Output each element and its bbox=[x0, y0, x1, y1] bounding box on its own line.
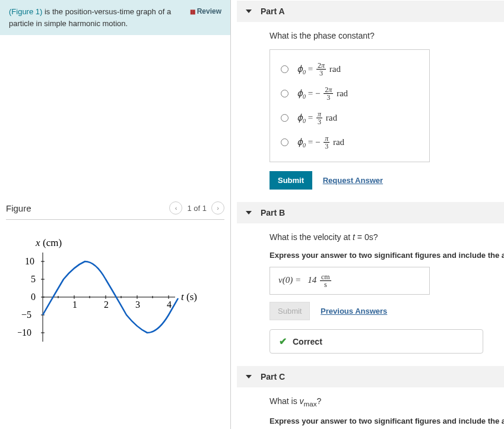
option-4[interactable]: ϕ0 = − π3 rad bbox=[281, 130, 419, 154]
option-3-radio[interactable] bbox=[281, 114, 289, 122]
request-answer-link[interactable]: Request Answer bbox=[323, 176, 383, 185]
caret-down-icon bbox=[246, 375, 252, 378]
part-b-body: What is the velocity at t = 0s? Express … bbox=[237, 223, 504, 365]
part-a-body: What is the phase constant? ϕ0 = 2π3 rad… bbox=[237, 22, 504, 201]
svg-text:t: t bbox=[181, 291, 185, 302]
figure-next-button[interactable]: › bbox=[211, 201, 224, 214]
part-c-instruction: Express your answer to two significant f… bbox=[270, 417, 489, 425]
svg-text:−10: −10 bbox=[18, 327, 31, 337]
part-b-answer-box: v(0) = 14 cms bbox=[270, 267, 430, 295]
part-b-instruction: Express your answer to two significant f… bbox=[270, 251, 489, 260]
caret-down-icon bbox=[246, 10, 252, 13]
part-c-question: What is vmax? bbox=[270, 396, 489, 408]
part-c-title: Part C bbox=[261, 372, 285, 381]
figure-title: Figure bbox=[6, 203, 31, 213]
position-time-graph: x (cm) t (s) 10 5 0 −5 −10 bbox=[18, 238, 202, 357]
caret-down-icon bbox=[246, 211, 252, 214]
svg-text:(cm): (cm) bbox=[43, 238, 62, 248]
option-2[interactable]: ϕ0 = − 2π3 rad bbox=[281, 81, 419, 106]
svg-text:1: 1 bbox=[72, 299, 77, 310]
svg-text:4: 4 bbox=[167, 299, 172, 310]
part-a-header[interactable]: Part A bbox=[237, 1, 504, 22]
correct-feedback: ✔ Correct bbox=[270, 329, 483, 354]
svg-text:3: 3 bbox=[135, 299, 140, 310]
figure-section: Figure ‹ 1 of 1 › x (cm) t (s) 10 bbox=[0, 201, 230, 370]
part-c-header[interactable]: Part C bbox=[237, 366, 504, 387]
part-b-question: What is the velocity at t = 0s? bbox=[270, 232, 489, 242]
svg-text:x: x bbox=[35, 238, 40, 248]
chart: x (cm) t (s) 10 5 0 −5 −10 bbox=[6, 220, 224, 370]
option-2-radio[interactable] bbox=[281, 90, 289, 97]
option-1-radio[interactable] bbox=[281, 65, 289, 73]
previous-answers-link[interactable]: Previous Answers bbox=[321, 307, 387, 316]
check-icon: ✔ bbox=[279, 336, 287, 347]
part-b-title: Part B bbox=[261, 208, 285, 217]
part-b-submit-button: Submit bbox=[270, 302, 310, 320]
option-1[interactable]: ϕ0 = 2π3 rad bbox=[281, 57, 419, 81]
part-c-body: What is vmax? Express your answer to two… bbox=[237, 387, 504, 429]
svg-text:(s): (s) bbox=[186, 291, 197, 302]
figure-count: 1 of 1 bbox=[187, 204, 207, 213]
figure-reference-link[interactable]: (Figure 1) bbox=[9, 7, 42, 16]
part-a-question: What is the phase constant? bbox=[270, 31, 489, 40]
part-b-header[interactable]: Part B bbox=[237, 202, 504, 223]
part-a-options: ϕ0 = 2π3 rad ϕ0 = − 2π3 rad ϕ0 = π3 rad … bbox=[270, 49, 430, 162]
option-4-radio[interactable] bbox=[281, 138, 289, 146]
svg-text:5: 5 bbox=[31, 274, 36, 284]
option-3[interactable]: ϕ0 = π3 rad bbox=[281, 106, 419, 130]
review-link[interactable]: Review bbox=[190, 6, 221, 17]
correct-label: Correct bbox=[293, 337, 322, 346]
svg-text:−5: −5 bbox=[21, 310, 31, 320]
part-a-submit-button[interactable]: Submit bbox=[270, 171, 312, 190]
problem-description: Review (Figure 1) is the position-versus… bbox=[0, 0, 230, 35]
figure-prev-button[interactable]: ‹ bbox=[169, 201, 182, 214]
svg-text:0: 0 bbox=[31, 292, 36, 302]
svg-text:10: 10 bbox=[25, 256, 34, 266]
part-a-title: Part A bbox=[261, 7, 285, 16]
svg-text:2: 2 bbox=[104, 299, 109, 310]
